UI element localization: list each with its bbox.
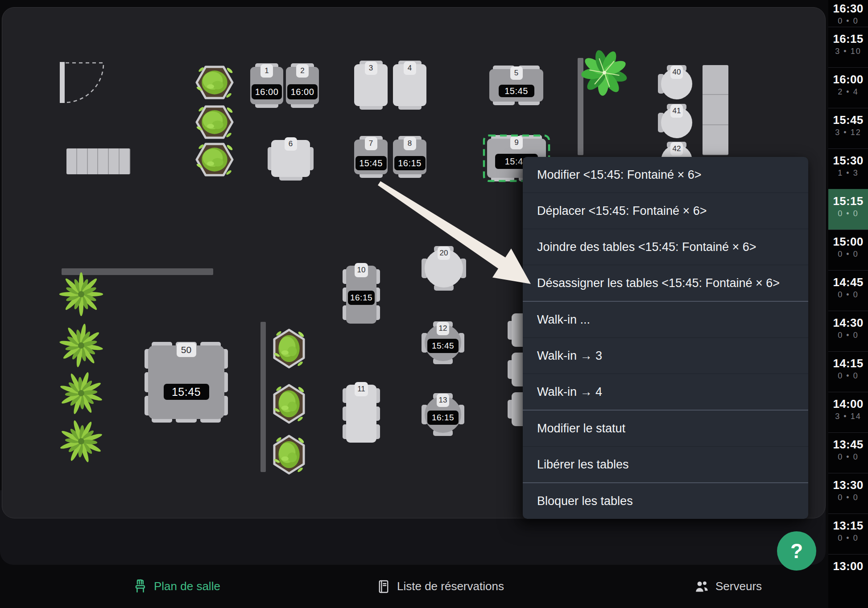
menu-item-bloquer-tables[interactable]: Bloquer les tables [523, 482, 808, 519]
timeslot-count: 3 • 14 [828, 412, 868, 421]
table-number-tag: 41 [670, 104, 683, 118]
table-13[interactable]: 1316:15 [425, 396, 461, 433]
menu-item-walk-in-3[interactable]: Walk-in → 3 [523, 337, 808, 374]
hex-planter [197, 143, 232, 176]
timeslot-time: 14:30 [828, 316, 868, 330]
counter-bench [66, 148, 130, 174]
table-time-chip: 16:15 [348, 291, 375, 305]
timeslot-15-45[interactable]: 15:453 • 12 [828, 108, 868, 148]
table-1[interactable]: 116:00 [250, 67, 283, 104]
menu-item-joindre-tables[interactable]: Joindre des tables <15:45: Fontainé × 6> [523, 229, 808, 265]
timeslot-13-15[interactable]: 13:150 • 0 [828, 514, 868, 554]
nav-label: Serveurs [715, 579, 762, 593]
timeslot-16-30[interactable]: 16:300 • 0 [828, 0, 868, 27]
help-button[interactable]: ? [777, 531, 816, 571]
table-number-tag: 2 [296, 64, 309, 78]
table-number-tag: 12 [437, 322, 449, 335]
timeslot-time: 16:30 [828, 2, 868, 16]
table-number-tag: 20 [438, 246, 450, 260]
table-number-tag: 6 [285, 137, 297, 151]
menu-item-desassigner-tables[interactable]: Désassigner les tables <15:45: Fontainé … [523, 265, 808, 301]
spiky-plant [58, 322, 104, 369]
timeslot-time: 15:45 [828, 113, 868, 127]
table-time-chip: 16:15 [427, 411, 459, 425]
timeslot-time: 13:15 [828, 519, 868, 533]
table-time-chip: 15:45 [355, 156, 387, 170]
table-6[interactable]: 6 [271, 140, 310, 177]
timeslot-16-00[interactable]: 16:002 • 4 [828, 67, 868, 108]
table-time-chip: 16:15 [394, 156, 426, 170]
timeslot-15-15[interactable]: 15:150 • 0 [828, 189, 868, 230]
timeslot-count: 3 • 10 [828, 47, 868, 56]
table-50[interactable]: 5015:45 [148, 345, 224, 419]
timeslot-14-45[interactable]: 14:450 • 0 [828, 270, 868, 311]
timeslot-time: 13:00 [828, 559, 868, 573]
table-4[interactable]: 4 [393, 64, 426, 106]
nav-serveurs[interactable]: Serveurs [694, 565, 762, 608]
table-number-tag: 50 [177, 343, 196, 357]
table-number-tag: 10 [355, 263, 368, 277]
timeslot-time: 14:45 [828, 275, 868, 289]
people-icon [694, 579, 710, 595]
table-number-tag: 1 [260, 64, 273, 78]
table-11[interactable]: 11 [346, 385, 376, 443]
timeslot-13-45[interactable]: 13:450 • 0 [828, 432, 868, 473]
nav-liste-de-reservations[interactable]: Liste de réservations [376, 565, 504, 608]
menu-item-modifier-reservation[interactable]: Modifier <15:45: Fontainé × 6> [523, 157, 808, 193]
table-3[interactable]: 3 [354, 64, 388, 106]
table-5[interactable]: 515:45 [489, 69, 543, 102]
table-time-chip: 16:00 [287, 84, 318, 99]
nav-plan-de-salle[interactable]: Plan de salle [132, 565, 220, 608]
timeslot-14-30[interactable]: 14:300 • 0 [828, 311, 868, 351]
table-41[interactable]: 41 [661, 107, 692, 138]
timeslot-count: 0 • 0 [828, 209, 868, 218]
nav-label: Plan de salle [154, 579, 220, 593]
book-icon [376, 579, 391, 594]
wall [260, 322, 266, 472]
timeslot-count: 0 • 0 [828, 290, 868, 300]
menu-item-liberer-tables[interactable]: Libérer les tables [523, 446, 808, 482]
table-2[interactable]: 216:00 [286, 67, 319, 104]
table-20[interactable]: 20 [425, 249, 463, 288]
timeslot-13-00[interactable]: 13:00 [828, 554, 868, 608]
timeslot-13-30[interactable]: 13:300 • 0 [828, 473, 868, 514]
table-40[interactable]: 40 [661, 68, 692, 99]
table-time-chip: 16:00 [252, 84, 282, 99]
menu-item-deplacer-reservation[interactable]: Déplacer <15:45: Fontainé × 6> [523, 193, 808, 229]
hex-planter [197, 106, 232, 139]
table-number-tag: 42 [670, 142, 683, 156]
timeslot-time: 16:15 [828, 32, 868, 46]
timeslot-time: 14:15 [828, 357, 868, 370]
table-time-chip: 15:45 [427, 339, 459, 353]
table-time-chip: 15:45 [164, 384, 209, 400]
table-number-tag: 3 [365, 62, 377, 75]
timeslot-count: 0 • 0 [828, 331, 868, 340]
door-icon [58, 59, 108, 106]
menu-item-walk-in-4[interactable]: Walk-in → 4 [523, 374, 808, 410]
timeslot-16-15[interactable]: 16:153 • 10 [828, 27, 868, 67]
spiky-plant [58, 370, 104, 416]
timeslot-14-00[interactable]: 14:003 • 14 [828, 392, 868, 432]
table-number-tag: 7 [365, 137, 377, 150]
banquette [703, 65, 728, 155]
table-context-menu: Modifier <15:45: Fontainé × 6>Déplacer <… [523, 157, 808, 519]
timeslot-time: 15:30 [828, 154, 868, 168]
menu-item-walk-in[interactable]: Walk-in ... [523, 301, 808, 337]
timeslot-15-30[interactable]: 15:301 • 3 [828, 148, 868, 189]
hex-planter [197, 66, 232, 99]
timeslot-count: 3 • 12 [828, 128, 868, 137]
table-12[interactable]: 1215:45 [425, 325, 461, 361]
nav-label: Liste de réservations [397, 579, 504, 593]
timeslot-15-00[interactable]: 15:000 • 0 [828, 230, 868, 270]
table-number-tag: 13 [437, 394, 449, 407]
timeslot-14-15[interactable]: 14:150 • 0 [828, 351, 868, 392]
timeslot-count: 0 • 0 [828, 371, 868, 381]
table-number-tag: 4 [404, 62, 416, 75]
spiky-plant [58, 418, 104, 464]
table-8[interactable]: 816:15 [393, 140, 426, 174]
menu-item-modifier-statut[interactable]: Modifier le statut [523, 410, 808, 446]
table-10[interactable]: 1016:15 [346, 266, 376, 324]
timeslot-count: 0 • 0 [828, 16, 868, 26]
timeslot-time: 13:30 [828, 478, 868, 492]
table-7[interactable]: 715:45 [354, 140, 388, 174]
